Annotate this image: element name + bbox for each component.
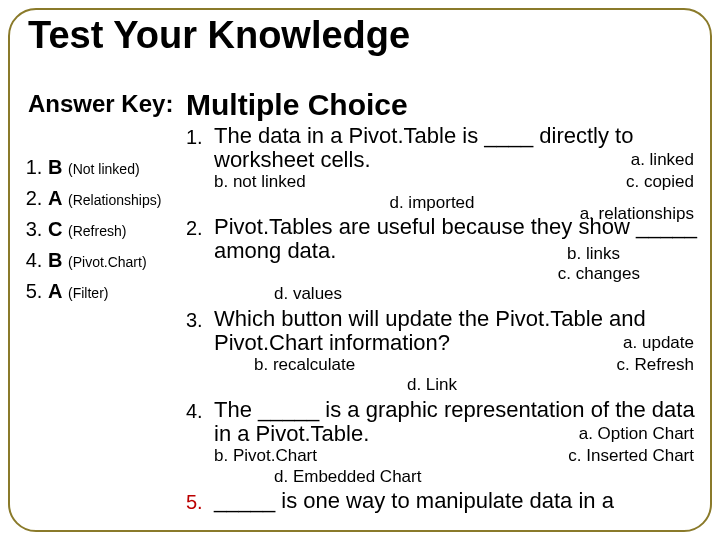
question-number: 4.	[186, 398, 214, 423]
question-body: The _____ is a graphic representation of…	[214, 398, 700, 487]
question: 3. Which button will update the Pivot.Ta…	[186, 307, 700, 396]
multiple-choice-heading: Multiple Choice	[186, 88, 700, 122]
option-b: b. not linked	[214, 172, 306, 192]
option-c: c. copied	[626, 172, 694, 192]
question-stem: _____ is one way to manipulate data in a	[214, 489, 700, 513]
answer-key-item: A (Relationships)	[48, 187, 176, 210]
question-options: a. Option Chart b. Pivot.Chart c. Insert…	[214, 446, 700, 487]
slide-title: Test Your Knowledge	[28, 14, 410, 57]
question-options: a. update b. recalculate c. Refresh d. L…	[214, 355, 700, 396]
answer-note: (Filter)	[68, 285, 108, 301]
answer-letter: A	[48, 187, 62, 209]
answer-key-heading: Answer Key:	[28, 90, 176, 118]
option-c: c. Refresh	[617, 355, 694, 375]
answer-key-item: A (Filter)	[48, 280, 176, 303]
question-body: Which button will update the Pivot.Table…	[214, 307, 700, 396]
answer-note: (Relationships)	[68, 192, 161, 208]
answer-letter: B	[48, 156, 62, 178]
answer-note: (Pivot.Chart)	[68, 254, 147, 270]
option-d: d. Embedded Chart	[274, 467, 421, 487]
option-b: b. recalculate	[254, 355, 355, 375]
question-stem: The data in a Pivot.Table is ____ direct…	[214, 124, 700, 172]
option-d: d. Link	[407, 375, 457, 395]
option-c: c. Inserted Chart	[568, 446, 694, 466]
answer-key-item: C (Refresh)	[48, 218, 176, 241]
question-number: 2.	[186, 215, 214, 240]
option-a: a. Option Chart	[579, 424, 694, 444]
answer-note: (Refresh)	[68, 223, 126, 239]
option-a: a. linked	[631, 150, 694, 170]
slide: Test Your Knowledge Answer Key: B (Not l…	[0, 0, 720, 540]
option-a: a. update	[623, 333, 694, 353]
question-body: The data in a Pivot.Table is ____ direct…	[214, 124, 700, 213]
answer-note: (Not linked)	[68, 161, 140, 177]
option-c: c. changes	[558, 264, 640, 284]
question-body: _____ is one way to manipulate data in a	[214, 489, 700, 513]
answer-key-item: B (Pivot.Chart)	[48, 249, 176, 272]
answer-key-item: B (Not linked)	[48, 156, 176, 179]
option-d: d. imported	[389, 193, 474, 213]
option-b: b. Pivot.Chart	[214, 446, 317, 466]
question: 1. The data in a Pivot.Table is ____ dir…	[186, 124, 700, 213]
question-number: 1.	[186, 124, 214, 149]
answer-key-column: Answer Key: B (Not linked) A (Relationsh…	[28, 90, 176, 311]
question-list: 1. The data in a Pivot.Table is ____ dir…	[186, 124, 700, 514]
question: 4. The _____ is a graphic representation…	[186, 398, 700, 487]
question: 2. Pivot.Tables are useful because they …	[186, 215, 700, 305]
question: 5. _____ is one way to manipulate data i…	[186, 489, 700, 514]
question-body: Pivot.Tables are useful because they sho…	[214, 215, 700, 305]
multiple-choice-column: Multiple Choice 1. The data in a Pivot.T…	[186, 88, 700, 516]
option-d: d. values	[274, 284, 342, 304]
question-number: 3.	[186, 307, 214, 332]
answer-letter: B	[48, 249, 62, 271]
option-b: b. links	[567, 244, 620, 264]
answer-letter: A	[48, 280, 62, 302]
question-number: 5.	[186, 489, 214, 514]
answer-key-list: B (Not linked) A (Relationships) C (Refr…	[28, 156, 176, 303]
answer-letter: C	[48, 218, 62, 240]
